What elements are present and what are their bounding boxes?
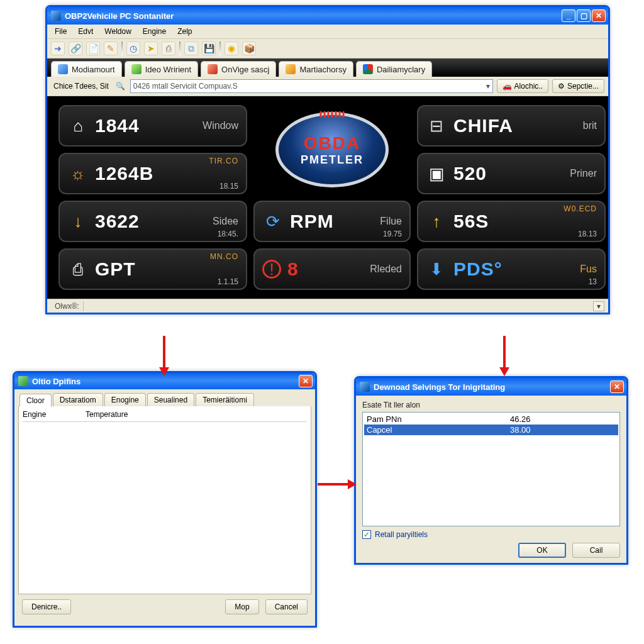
tab-bar: Modiamourt Ideo Wririent OnVige sascj Ma… [47, 58, 608, 77]
tool-box-icon[interactable]: 📦 [242, 42, 256, 55]
gauge-unit: Window [203, 120, 238, 131]
gauge-value: 520 [453, 163, 487, 184]
logo-line1: OBDA [304, 133, 360, 153]
tool-link-icon[interactable]: 🔗 [69, 42, 82, 55]
close-button[interactable]: ✕ [299, 375, 313, 387]
tab-dstaratiom[interactable]: Dstaratiom [53, 393, 103, 406]
tab-ideo[interactable]: Ideo Wririent [125, 61, 198, 77]
maximize-button[interactable]: ▢ [577, 9, 591, 22]
gauge-value: PDS° [453, 258, 502, 280]
gauge-priner[interactable]: ▣ 520 Priner [417, 153, 606, 194]
printer-icon: ▣ [426, 163, 447, 184]
gauge-value: GPT [95, 258, 136, 280]
tool-page-icon[interactable]: 📄 [86, 42, 100, 55]
settings-listbox[interactable]: Pam PNn 46.26 Capcel 38.00 [362, 412, 620, 526]
settings-title: Dewnoad Selvings Tor Inigritating [374, 382, 610, 392]
tab-seualined[interactable]: Seualined [147, 393, 194, 406]
gauge-pds[interactable]: ⬇ PDS° Fus 13 [417, 248, 606, 290]
up-arrow-icon: ↑ [426, 211, 447, 232]
location-bar: Chice Tdees, Sit 🔍 0426 mtall Serviciit … [47, 77, 608, 96]
gauge-tag: W0.ECD [564, 204, 597, 213]
gauge-gpt[interactable]: ⎙ GPT MN.CO 1.1.15 [58, 248, 247, 290]
tool-coin-icon[interactable]: ◉ [225, 42, 238, 55]
status-dropdown-icon[interactable]: ▾ [593, 301, 604, 311]
menu-file[interactable]: File [50, 26, 72, 37]
column-temperature[interactable]: Temperature [86, 410, 136, 419]
options-button-row: Denicre.. Mop Cancel [18, 594, 311, 619]
gauge-tirco[interactable]: ☼ 1264B TIR.CO 18.15 [58, 153, 247, 194]
tab-label: Martiachorsy [299, 65, 346, 74]
gauge-value: 3622 [95, 211, 140, 232]
sepctie-button[interactable]: ⚙Sepctie... [552, 79, 604, 93]
tab-cloor[interactable]: Cloor [19, 394, 52, 407]
download-settings-dialog: Dewnoad Selvings Tor Inigritating ✕ Esat… [354, 376, 628, 565]
gauge-alert[interactable]: ! 8 Rleded [253, 248, 411, 290]
rpm-icon: ⟳ [262, 211, 284, 232]
denicre-button[interactable]: Denicre.. [22, 599, 71, 614]
combo-text: 0426 mtall Serviciit Compuav.S [133, 82, 238, 91]
toolbar-separator [121, 42, 123, 55]
checkbox-label: Retall paryiltiels [375, 530, 428, 539]
gauge-unit: Priner [570, 168, 597, 179]
settings-titlebar[interactable]: Dewnoad Selvings Tor Inigritating ✕ [356, 378, 626, 396]
tool-arrow-icon[interactable]: ➜ [51, 42, 65, 55]
search-icon[interactable]: 🔍 [115, 82, 126, 91]
window-title: OBP2Vehicile PC Sontaniter [65, 11, 562, 21]
tool-save-icon[interactable]: 💾 [202, 42, 216, 55]
gauge-sub: 1.1.15 [218, 277, 238, 286]
menu-window[interactable]: Weldow [99, 26, 136, 37]
tool-print-icon[interactable]: ⎙ [162, 42, 175, 55]
tab-label: Dailiamyclary [377, 65, 425, 74]
gauge-sub: 19.75 [383, 230, 402, 238]
gauge-sub: 13 [589, 277, 597, 286]
menu-edit[interactable]: Edvt [73, 26, 98, 37]
gauge-window[interactable]: ⌂ 1844 Window [58, 105, 247, 147]
row-name: Pam PNn [367, 414, 505, 424]
gauge-sidee[interactable]: ↓ 3622 Sidee 18:45. [58, 201, 247, 242]
mop-button[interactable]: Mop [225, 599, 258, 614]
alochic-button[interactable]: 🚗Alochic.. [497, 79, 548, 93]
gauge-value: CHIFA [453, 115, 513, 136]
gauge-tag: TIR.CO [209, 157, 238, 165]
close-button[interactable]: ✕ [610, 380, 624, 393]
tab-onvige[interactable]: OnVige sascj [201, 61, 276, 77]
toolbar-separator [179, 42, 180, 55]
minimize-button[interactable]: _ [562, 9, 575, 22]
tab-enogine[interactable]: Enogine [104, 393, 146, 406]
tab-label: Ideo Wririent [145, 65, 191, 74]
gauge-sub: 18:45. [218, 230, 238, 238]
tool-copy-icon[interactable]: ⧉ [184, 42, 198, 55]
tool-send-icon[interactable]: ➤ [144, 42, 158, 55]
menu-help[interactable]: Zelp [172, 26, 197, 37]
tool-pencil-icon[interactable]: ✎ [104, 42, 118, 55]
gauge-w0ecd[interactable]: ↑ 56S W0.ECD 18.13 [417, 201, 606, 242]
tab-dailiamy[interactable]: Dailiamyclary [356, 61, 432, 77]
tab-icon [58, 64, 68, 74]
settings-footer: OK Cail [362, 543, 620, 558]
tab-icon [131, 64, 142, 74]
gauge-rpm[interactable]: ⟳ RPM Filue 19.75 [253, 201, 411, 242]
app-icon [51, 11, 61, 21]
cancel-button[interactable]: Cancel [265, 599, 308, 614]
flow-arrow-left [163, 336, 165, 367]
cancel-button[interactable]: Cail [572, 543, 620, 558]
list-item[interactable]: Pam PNn 46.26 [364, 414, 618, 425]
tab-temier[interactable]: Temieräitiomi [196, 393, 254, 406]
menu-engine[interactable]: Engine [138, 26, 171, 37]
gauge-chifa[interactable]: ⊟ CHIFA brit [417, 105, 606, 147]
download-icon: ⬇ [426, 258, 447, 280]
close-button[interactable]: ✕ [592, 9, 606, 22]
tool-clock-icon[interactable]: ◷ [126, 42, 140, 55]
car-icon: 🚗 [502, 82, 512, 91]
tab-modiamourt[interactable]: Modiamourt [51, 61, 122, 77]
list-item-selected[interactable]: Capcel 38.00 [364, 425, 618, 435]
ok-button[interactable]: OK [518, 543, 566, 558]
column-engine[interactable]: Engine [23, 410, 73, 419]
vehicle-combo[interactable]: 0426 mtall Serviciit Compuav.S ▾ [130, 79, 493, 93]
alert-icon: ! [262, 260, 281, 279]
location-label: Chice Tdees, Sit [51, 80, 111, 92]
retain-checkbox[interactable]: ✓ Retall paryiltiels [362, 530, 620, 539]
settings-icon [360, 382, 370, 392]
tab-martia[interactable]: Martiachorsy [279, 61, 353, 77]
main-titlebar[interactable]: OBP2Vehicile PC Sontaniter _ ▢ ✕ [47, 7, 608, 25]
